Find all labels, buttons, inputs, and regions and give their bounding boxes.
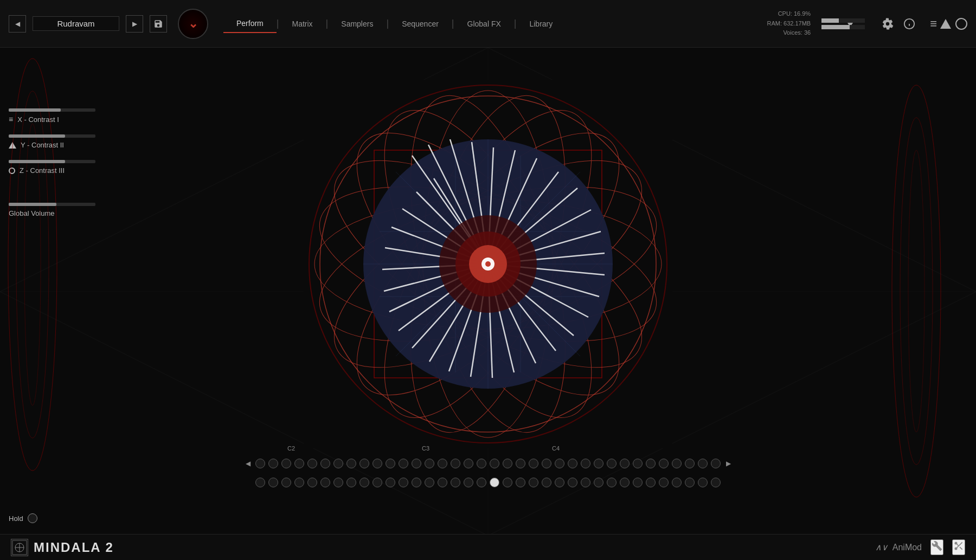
piano-key-bottom-4[interactable] (307, 478, 317, 487)
piano-key-top-2[interactable] (281, 459, 291, 468)
piano-key-bottom-2[interactable] (281, 478, 291, 487)
piano-key-top-4[interactable] (307, 459, 317, 468)
piano-key-bottom-13[interactable] (425, 478, 434, 487)
z-contrast-slider[interactable] (9, 160, 95, 163)
piano-key-top-29[interactable] (633, 459, 643, 468)
piano-key-bottom-10[interactable] (386, 478, 395, 487)
piano-key-top-0[interactable] (255, 459, 265, 468)
piano-key-bottom-5[interactable] (320, 478, 330, 487)
piano-key-top-18[interactable] (490, 459, 499, 468)
piano-key-top-5[interactable] (320, 459, 330, 468)
info-button[interactable] (900, 14, 919, 34)
piano-key-bottom-12[interactable] (412, 478, 421, 487)
tab-matrix[interactable]: Matrix (279, 15, 325, 33)
piano-key-top-31[interactable] (659, 459, 669, 468)
piano-key-top-23[interactable] (555, 459, 564, 468)
piano-right-nav[interactable]: ▶ (722, 457, 735, 470)
svg-line-85 (960, 547, 962, 550)
piano-key-bottom-28[interactable] (620, 478, 630, 487)
piano-key-top-14[interactable] (438, 459, 447, 468)
piano-key-top-27[interactable] (607, 459, 617, 468)
piano-key-top-15[interactable] (451, 459, 460, 468)
piano-key-bottom-25[interactable] (581, 478, 590, 487)
piano-key-top-3[interactable] (294, 459, 304, 468)
piano-key-top-33[interactable] (685, 459, 695, 468)
piano-key-bottom-8[interactable] (359, 478, 369, 487)
piano-key-top-20[interactable] (516, 459, 525, 468)
piano-key-bottom-30[interactable] (646, 478, 656, 487)
piano-key-bottom-16[interactable] (464, 478, 473, 487)
cpu-bar-fill (821, 18, 839, 23)
piano-key-top-11[interactable] (399, 459, 408, 468)
piano-key-top-9[interactable] (373, 459, 382, 468)
piano-key-bottom-22[interactable] (542, 478, 551, 487)
settings-button[interactable] (878, 14, 897, 34)
piano-key-top-19[interactable] (503, 459, 512, 468)
z-contrast-fill (9, 160, 65, 163)
piano-key-top-16[interactable] (464, 459, 473, 468)
piano-key-top-1[interactable] (268, 459, 278, 468)
piano-key-bottom-26[interactable] (594, 478, 603, 487)
piano-key-top-8[interactable] (359, 459, 369, 468)
piano-key-bottom-1[interactable] (268, 478, 278, 487)
piano-key-top-21[interactable] (529, 459, 538, 468)
x-contrast-slider[interactable] (9, 108, 95, 112)
piano-key-top-13[interactable] (425, 459, 434, 468)
piano-key-top-35[interactable] (711, 459, 721, 468)
piano-key-bottom-20[interactable] (516, 478, 525, 487)
piano-key-top-12[interactable] (412, 459, 421, 468)
piano-key-bottom-14[interactable] (438, 478, 447, 487)
tab-globalfx[interactable]: Global FX (454, 15, 514, 33)
global-volume-slider[interactable] (9, 203, 95, 206)
piano-key-bottom-21[interactable] (529, 478, 538, 487)
piano-key-top-28[interactable] (620, 459, 630, 468)
piano-key-top-32[interactable] (672, 459, 682, 468)
piano-key-bottom-24[interactable] (568, 478, 577, 487)
cpu-bar-container (821, 18, 865, 29)
circle-brand-icon (955, 18, 967, 30)
piano-key-bottom-18[interactable] (490, 478, 499, 487)
save-button[interactable] (150, 15, 167, 33)
piano-key-bottom-0[interactable] (255, 478, 265, 487)
piano-key-bottom-33[interactable] (685, 478, 695, 487)
voices-label: Voices: 36 (767, 28, 811, 38)
piano-key-bottom-29[interactable] (633, 478, 643, 487)
bottom-right: ∧∨ AniMod (875, 539, 965, 555)
tab-perform[interactable]: Perform (223, 15, 277, 33)
piano-key-top-6[interactable] (333, 459, 343, 468)
piano-key-bottom-35[interactable] (711, 478, 721, 487)
hold-button[interactable] (28, 513, 37, 523)
piano-key-bottom-15[interactable] (451, 478, 460, 487)
piano-left-nav[interactable]: ◀ (241, 457, 254, 470)
piano-key-bottom-6[interactable] (333, 478, 343, 487)
key-labels: C2 C3 C4 (277, 443, 699, 454)
piano-key-top-25[interactable] (581, 459, 590, 468)
piano-key-bottom-23[interactable] (555, 478, 564, 487)
piano-key-bottom-32[interactable] (672, 478, 682, 487)
piano-key-top-7[interactable] (346, 459, 356, 468)
next-preset-button[interactable]: ▶ (126, 15, 143, 33)
piano-key-top-17[interactable] (477, 459, 486, 468)
piano-key-top-22[interactable] (542, 459, 551, 468)
piano-key-bottom-7[interactable] (346, 478, 356, 487)
piano-key-bottom-17[interactable] (477, 478, 486, 487)
piano-key-bottom-9[interactable] (373, 478, 382, 487)
piano-key-top-30[interactable] (646, 459, 656, 468)
tab-sequencer[interactable]: Sequencer (389, 15, 452, 33)
scissors-button[interactable] (952, 539, 965, 555)
piano-key-top-24[interactable] (568, 459, 577, 468)
piano-key-bottom-27[interactable] (607, 478, 617, 487)
y-contrast-slider[interactable] (9, 134, 95, 138)
piano-key-top-34[interactable] (698, 459, 708, 468)
tab-library[interactable]: Library (516, 15, 566, 33)
piano-key-bottom-34[interactable] (698, 478, 708, 487)
tab-samplers[interactable]: Samplers (328, 15, 386, 33)
piano-key-bottom-11[interactable] (399, 478, 408, 487)
prev-preset-button[interactable]: ◀ (9, 15, 26, 33)
piano-key-bottom-31[interactable] (659, 478, 669, 487)
piano-key-top-10[interactable] (386, 459, 395, 468)
piano-key-bottom-3[interactable] (294, 478, 304, 487)
piano-key-top-26[interactable] (594, 459, 603, 468)
wrench-button[interactable] (930, 539, 943, 555)
piano-key-bottom-19[interactable] (503, 478, 512, 487)
